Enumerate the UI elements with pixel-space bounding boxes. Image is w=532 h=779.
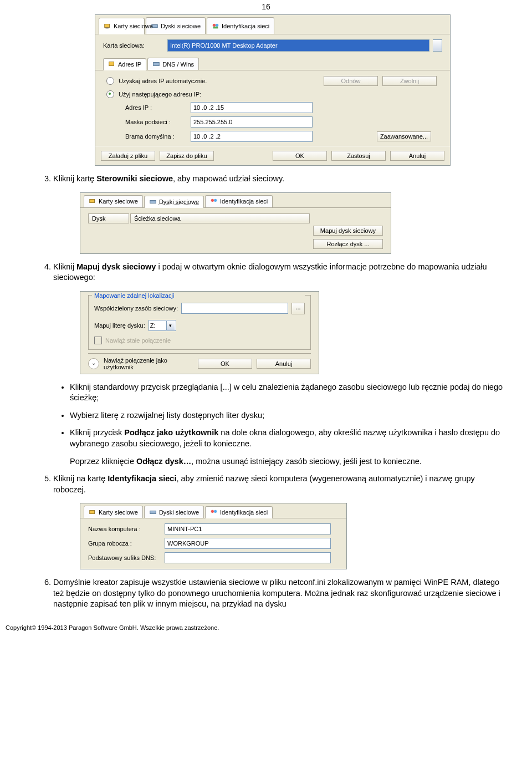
cursor-icon xyxy=(133,23,140,32)
drive-icon xyxy=(149,508,157,516)
dns-icon xyxy=(152,60,160,68)
svg-rect-9 xyxy=(150,200,156,203)
tab-nic-2[interactable]: Karty sieciowe xyxy=(84,195,143,207)
ip-label: Adres IP : xyxy=(125,104,186,111)
connect-as-label: Nawiąż połączenie jako użytkownik xyxy=(104,357,193,370)
svg-rect-12 xyxy=(90,510,95,513)
bullet-2: Wybierz literę z rozwijalnej listy dostę… xyxy=(70,410,505,421)
adapter-dropdown-btn[interactable] xyxy=(433,39,442,52)
ident-icon xyxy=(210,508,218,516)
svg-rect-0 xyxy=(105,24,110,28)
main-tabs-3: Karty sieciowe Dyski sieciowe Identyfika… xyxy=(80,503,346,518)
svg-point-10 xyxy=(211,199,214,202)
step-5: Kliknij na kartę Identyfikacja sieci, ab… xyxy=(53,473,505,495)
browse-button[interactable]: ... xyxy=(291,303,305,314)
computer-name-label: Nazwa komputera : xyxy=(88,526,160,532)
svg-point-11 xyxy=(214,199,217,202)
tab-nic-3[interactable]: Karty sieciowe xyxy=(84,506,143,518)
subtab-ip[interactable]: Adres IP xyxy=(103,58,146,70)
col-disk[interactable]: Dysk xyxy=(88,213,129,223)
dns-suffix-input[interactable] xyxy=(165,552,331,563)
nic-icon xyxy=(89,197,96,205)
main-tabs-2: Karty sieciowe Dyski sieciowe Identyfika… xyxy=(80,193,391,208)
apply-button[interactable]: Zastosuj xyxy=(331,151,386,161)
svg-point-15 xyxy=(214,510,217,513)
svg-point-14 xyxy=(211,510,214,513)
disconnect-drive-button[interactable]: Rozłącz dysk ... xyxy=(313,239,383,249)
svg-rect-6 xyxy=(109,62,114,66)
chevron-down-icon: ▾ xyxy=(166,321,175,330)
network-config-panel: Karty sieciowe Dyski sieciowe Identyfika… xyxy=(95,14,451,166)
svg-point-4 xyxy=(216,23,218,26)
auto-ip-label: Uzyskaj adres IP automatycznie. xyxy=(119,78,319,84)
save-file-button[interactable]: Zapisz do pliku xyxy=(160,151,214,161)
nic-icon xyxy=(89,508,96,516)
gw-input[interactable] xyxy=(191,131,313,142)
workgroup-label: Grupa robocza : xyxy=(88,540,160,547)
main-tabs: Karty sieciowe Dyski sieciowe Identyfika… xyxy=(95,15,450,34)
ident-icon xyxy=(210,197,218,205)
map-cancel-button[interactable]: Anuluj xyxy=(257,359,311,369)
svg-rect-7 xyxy=(154,62,160,65)
cancel-button[interactable]: Anuluj xyxy=(390,151,444,161)
adapter-select[interactable]: Intel(R) PRO/1000 MT Desktop Adapter xyxy=(167,39,429,52)
mask-label: Maska podsieci : xyxy=(125,119,186,125)
tab-ident-2[interactable]: Identyfikacja sieci xyxy=(205,195,273,207)
drive-icon xyxy=(149,198,157,206)
map-dialog: Mapowanie zdalnej lokalizacji Współdziel… xyxy=(80,291,319,374)
map-drive-button[interactable]: Mapuj dysk sieciowy xyxy=(313,226,383,236)
dns-suffix-label: Podstawowy sufiks DNS: xyxy=(88,554,160,561)
svg-rect-5 xyxy=(213,26,218,28)
advanced-button[interactable]: Zaawansowane... xyxy=(377,131,431,141)
share-input[interactable] xyxy=(181,303,288,314)
svg-point-3 xyxy=(213,23,216,26)
radio-auto-ip[interactable] xyxy=(106,77,114,85)
expand-user-button[interactable]: ⌄ xyxy=(88,358,99,369)
tab-ident-3[interactable]: Identyfikacja sieci xyxy=(205,506,273,518)
copyright-footer: Copyright© 1994-2013 Paragon Software Gm… xyxy=(0,618,532,637)
bullet-3: Kliknij przycisk Podłącz jako użytkownik… xyxy=(70,427,505,467)
nic-icon xyxy=(104,22,111,30)
release-button[interactable]: Zwolnij xyxy=(382,76,437,86)
step-3: Kliknij kartę Sterowniki sieciowe, aby m… xyxy=(53,174,505,185)
drive-letter-select[interactable]: Z:▾ xyxy=(149,320,176,331)
svg-rect-13 xyxy=(150,511,156,513)
bullet-extra: Poprzez kliknięcie Odłącz dysk…, można u… xyxy=(70,456,505,467)
bullet-1: Kliknij standardowy przycisk przeglądani… xyxy=(70,382,505,404)
tab-ident[interactable]: Identyfikacja sieci xyxy=(207,17,274,34)
map-legend: Mapowanie zdalnej lokalizacji xyxy=(92,292,305,299)
radio-manual-ip[interactable] xyxy=(106,90,114,98)
tab-drives[interactable]: Dyski sieciowe xyxy=(146,17,206,34)
col-path[interactable]: Ścieżka sieciowa xyxy=(130,213,310,223)
map-ok-button[interactable]: OK xyxy=(198,359,252,369)
share-label: Współdzielony zasób sieciowy: xyxy=(94,305,178,312)
page-number: 16 xyxy=(0,2,532,11)
step-6: Domyślnie kreator zapisuje wszystkie ust… xyxy=(53,577,505,610)
subtab-dns[interactable]: DNS / Wins xyxy=(147,58,199,70)
tab-drives-3[interactable]: Dyski sieciowe xyxy=(144,506,204,518)
tab-nic[interactable]: Karty sieciowe xyxy=(99,18,145,34)
persist-checkbox[interactable] xyxy=(94,337,102,344)
svg-rect-1 xyxy=(106,28,109,29)
workgroup-input[interactable] xyxy=(165,538,331,549)
adapter-label: Karta sieciowa: xyxy=(103,42,164,49)
tab-drives-2[interactable]: Dyski sieciowe xyxy=(144,196,204,208)
persist-label: Nawiąż stałe połączenie xyxy=(105,337,171,344)
ok-button[interactable]: OK xyxy=(273,151,327,161)
ident-panel: Karty sieciowe Dyski sieciowe Identyfika… xyxy=(80,503,347,569)
load-file-button[interactable]: Załaduj z pliku xyxy=(101,151,155,161)
drives-panel: Karty sieciowe Dyski sieciowe Identyfika… xyxy=(80,192,391,254)
ip-icon xyxy=(108,60,116,68)
svg-rect-8 xyxy=(90,200,95,203)
gw-label: Brama domyślna : xyxy=(125,133,186,140)
computer-name-input[interactable] xyxy=(165,523,331,534)
ip-input[interactable] xyxy=(191,102,313,113)
step-4: Kliknij Mapuj dysk sieciowy i podaj w ot… xyxy=(53,262,505,283)
mask-input[interactable] xyxy=(191,116,313,128)
ident-icon xyxy=(212,22,219,30)
manual-ip-label: Użyj następującego adresu IP: xyxy=(119,91,201,98)
renew-button[interactable]: Odnów xyxy=(324,76,378,86)
letter-label: Mapuj literę dysku: xyxy=(94,322,145,329)
